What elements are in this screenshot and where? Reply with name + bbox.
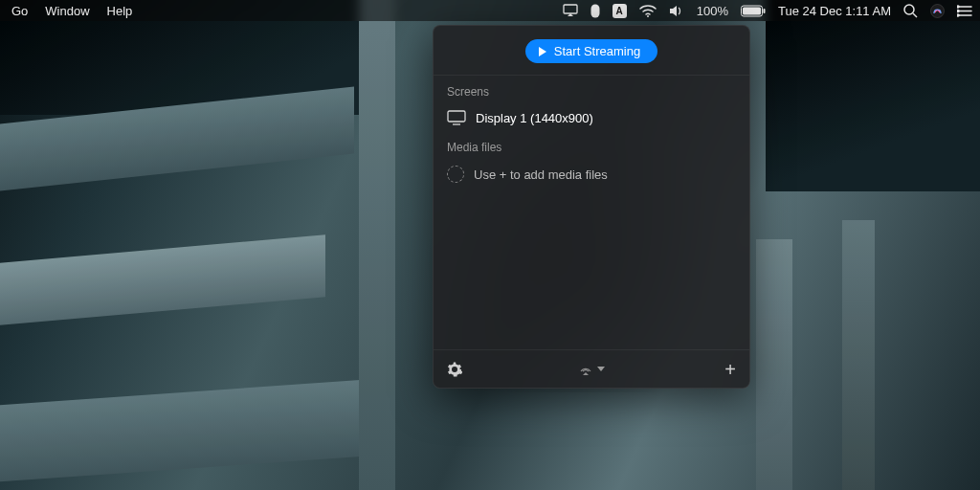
mouse-icon[interactable] [590, 4, 600, 18]
monitor-icon [447, 110, 466, 125]
dotted-circle-icon [447, 166, 464, 183]
svg-point-12 [957, 6, 959, 8]
input-source-icon[interactable]: A [612, 4, 627, 18]
battery-icon[interactable] [741, 5, 766, 17]
media-placeholder-row: Use + to add media files [434, 160, 749, 189]
svg-rect-1 [590, 4, 599, 17]
wallpaper [0, 380, 364, 482]
svg-rect-4 [743, 7, 761, 14]
menu-bar: Go Window Help A 100% [0, 0, 980, 21]
settings-button[interactable] [447, 362, 462, 377]
display-item[interactable]: Display 1 (1440x900) [434, 104, 749, 131]
menu-window[interactable]: Window [45, 4, 89, 18]
wallpaper [842, 220, 875, 490]
notification-center-icon[interactable] [957, 5, 972, 17]
airplay-target-selector[interactable] [578, 363, 605, 376]
wallpaper [756, 239, 792, 490]
wallpaper [0, 234, 325, 325]
svg-point-14 [957, 14, 959, 16]
svg-point-6 [904, 5, 914, 14]
start-streaming-button[interactable]: Start Streaming [525, 39, 657, 63]
battery-percentage: 100% [697, 4, 728, 18]
display-item-label: Display 1 (1440x900) [476, 111, 593, 125]
siri-icon[interactable] [930, 4, 945, 18]
volume-icon[interactable] [669, 5, 684, 17]
wifi-icon[interactable] [639, 5, 657, 17]
airplay-menu-icon[interactable] [563, 4, 578, 17]
chevron-down-icon [597, 367, 605, 371]
svg-rect-5 [763, 9, 765, 13]
spotlight-icon[interactable] [903, 4, 918, 18]
play-icon [539, 47, 546, 56]
svg-rect-0 [564, 5, 577, 13]
add-media-button[interactable]: + [724, 360, 736, 379]
menu-help[interactable]: Help [107, 4, 133, 18]
svg-point-2 [647, 15, 649, 17]
start-streaming-label: Start Streaming [554, 44, 640, 58]
wallpaper [766, 0, 980, 191]
svg-line-7 [913, 13, 917, 17]
streaming-panel: Start Streaming Screens Display 1 (1440x… [433, 25, 750, 389]
svg-rect-15 [448, 111, 465, 122]
screens-section-label: Screens [434, 76, 749, 104]
svg-point-13 [957, 10, 959, 11]
menu-datetime[interactable]: Tue 24 Dec 1:11 AM [778, 4, 891, 18]
menu-go[interactable]: Go [11, 4, 28, 18]
media-section-label: Media files [434, 131, 749, 160]
svg-point-8 [931, 4, 945, 17]
media-placeholder-label: Use + to add media files [474, 167, 608, 182]
wallpaper [359, 0, 395, 490]
